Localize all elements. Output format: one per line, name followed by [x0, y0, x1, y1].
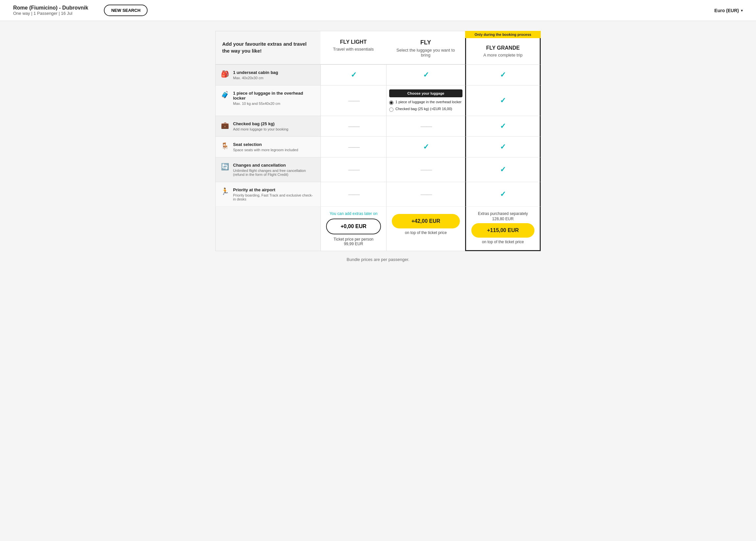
luggage-option-2-label: Checked bag (25 kg) (+EUR 16,00) [395, 107, 452, 111]
route-text: Rome (Fiumicino) - Dubrovnik [13, 5, 88, 11]
checked-bag-icon: 💼 [221, 121, 229, 129]
new-search-button[interactable]: NEW SEARCH [104, 5, 148, 16]
cabin-bag-title: 1 underseat cabin bag [233, 70, 278, 75]
dash-icon: — — [348, 166, 359, 173]
priority-sub: Priority boarding, Fast Track and exclus… [233, 193, 315, 201]
fly-light-sub: Travel with essentials [326, 47, 381, 52]
fly-light-row6-check: — — [321, 182, 386, 207]
fly-row2-luggage: Choose your luggage 1 piece of luggage i… [386, 86, 465, 116]
feature-row-2: 🧳 1 piece of luggage in the overhead loc… [215, 86, 321, 116]
dash-icon: — — [348, 123, 359, 130]
seat-sub: Space seats with more legroom included [233, 148, 298, 152]
chevron-down-icon: ▾ [741, 8, 743, 13]
priority-title: Priority at the airport [233, 187, 315, 192]
feature-row-6: 🏃 Priority at the airport Priority board… [215, 182, 321, 207]
luggage-option-1[interactable]: 1 piece of luggage in the overhead locke… [389, 100, 462, 105]
fly-row6-check: — — [386, 182, 465, 207]
fly-row4-check: ✓ [386, 137, 465, 158]
seat-icon: 🪑 [221, 142, 229, 150]
currency-label: Euro (EUR) [714, 8, 739, 13]
luggage-radio-1[interactable] [389, 101, 393, 105]
check-icon: ✓ [500, 96, 506, 105]
check-icon: ✓ [500, 190, 506, 199]
main-content: Add your favourite extras and travel the… [0, 21, 756, 269]
fly-grande-sub: A more complete trip [471, 53, 534, 58]
ticket-price-amount: 99,99 EUR [344, 242, 363, 246]
luggage-option-2[interactable]: Checked bag (25 kg) (+EUR 16,00) [389, 107, 462, 112]
fly-grande-row6-check: ✓ [465, 182, 541, 207]
feature-row-4: 🪑 Seat selection Space seats with more l… [215, 137, 321, 158]
fly-light-price-button[interactable]: +0,00 EUR [326, 219, 381, 234]
fly-light-row4-check: — — [321, 137, 386, 158]
fly-grande-row2-check: ✓ [465, 86, 541, 116]
check-icon: ✓ [500, 165, 506, 174]
fly-grande-footer: Extras purchased separately 128,80 EUR +… [465, 207, 541, 251]
overhead-bag-sub: Max. 10 kg and 55x40x20 cm [233, 102, 315, 106]
features-header-cell: Add your favourite extras and travel the… [215, 31, 321, 65]
checked-bag-sub: Add more luggage to your booking [233, 127, 288, 131]
fly-grande-on-top: on top of the ticket price [471, 240, 534, 244]
check-icon: ✓ [500, 71, 506, 79]
fly-grande-row5-check: ✓ [465, 158, 541, 182]
grande-badge: Only during the booking process [465, 31, 541, 38]
fly-light-title: FLY LIGHT [326, 39, 381, 45]
check-icon: ✓ [423, 71, 429, 79]
trip-info: One way | 1 Passenger | 16 Jul [13, 11, 88, 16]
page-header: Rome (Fiumicino) - Dubrovnik One way | 1… [0, 0, 756, 21]
checked-bag-title: Checked bag (25 kg) [233, 121, 288, 126]
fly-price-button[interactable]: +42,00 EUR [392, 214, 460, 229]
fly-light-row1-check: ✓ [321, 65, 386, 86]
cabin-bag-sub: Max. 40x20x30 cm [233, 76, 278, 80]
fly-grande-title: FLY GRANDE [471, 45, 534, 51]
feature-row-5: 🔄 Changes and cancellation Unlimited fli… [215, 158, 321, 182]
extras-link[interactable]: You can add extras later on [326, 211, 381, 216]
fly-header: FLY Select the luggage you want to bring [386, 31, 465, 65]
pricing-table: Add your favourite extras and travel the… [215, 31, 541, 251]
ticket-price-label: Ticket price per person [334, 237, 374, 242]
extras-purchased-note: Extras purchased separately [471, 211, 534, 216]
check-icon: ✓ [500, 143, 506, 151]
fly-light-footer: You can add extras later on +0,00 EUR Ti… [321, 207, 386, 251]
currency-selector[interactable]: Euro (EUR) ▾ [714, 8, 743, 13]
features-label: Add your favourite extras and travel the… [222, 41, 307, 54]
fly-title: FLY [391, 39, 460, 46]
fly-grande-price-button[interactable]: +115,00 EUR [471, 223, 534, 238]
bundle-note: Bundle prices are per passenger. [13, 257, 743, 262]
luggage-chooser-label: Choose your luggage [389, 89, 462, 97]
fly-light-header: FLY LIGHT Travel with essentials [321, 31, 386, 65]
fly-row1-check: ✓ [386, 65, 465, 86]
dash-icon: — — [348, 97, 359, 104]
fly-light-row5-check: — — [321, 158, 386, 182]
luggage-option-1-label: 1 piece of luggage in the overhead locke… [395, 100, 461, 104]
extras-purchased-price: 128,80 EUR [471, 217, 534, 221]
route-info: Rome (Fiumicino) - Dubrovnik One way | 1… [13, 5, 88, 16]
overhead-bag-title: 1 piece of luggage in the overhead locke… [233, 91, 315, 101]
fly-grande-row1-check: ✓ [465, 65, 541, 86]
fly-on-top: on top of the ticket price [392, 231, 460, 235]
check-icon: ✓ [351, 71, 357, 79]
dash-icon: — — [420, 123, 431, 130]
seat-title: Seat selection [233, 142, 298, 147]
check-icon: ✓ [423, 143, 429, 151]
fly-light-row3-check: — — [321, 116, 386, 137]
feature-row-1: 🎒 1 underseat cabin bag Max. 40x20x30 cm [215, 65, 321, 86]
footer-feature-cell [215, 207, 321, 251]
fly-grande-row4-check: ✓ [465, 137, 541, 158]
overhead-bag-icon: 🧳 [221, 91, 229, 99]
fly-light-ticket-price: Ticket price per person 99,99 EUR [326, 237, 381, 246]
changes-sub: Unlimited flight changes and free cancel… [233, 169, 315, 177]
fly-light-row2-check: — — [321, 86, 386, 116]
dash-icon: — — [420, 191, 431, 198]
fly-grande-header: Only during the booking process FLY GRAN… [465, 31, 541, 65]
luggage-radio-2[interactable] [389, 108, 393, 112]
cabin-bag-icon: 🎒 [221, 70, 229, 78]
changes-icon: 🔄 [221, 163, 229, 171]
changes-title: Changes and cancellation [233, 163, 315, 168]
feature-row-3: 💼 Checked bag (25 kg) Add more luggage t… [215, 116, 321, 137]
dash-icon: — — [420, 166, 431, 173]
fly-row5-check: — — [386, 158, 465, 182]
fly-grande-row3-check: ✓ [465, 116, 541, 137]
dash-icon: — — [348, 144, 359, 151]
fly-row3-check: — — [386, 116, 465, 137]
dash-icon: — — [348, 191, 359, 198]
